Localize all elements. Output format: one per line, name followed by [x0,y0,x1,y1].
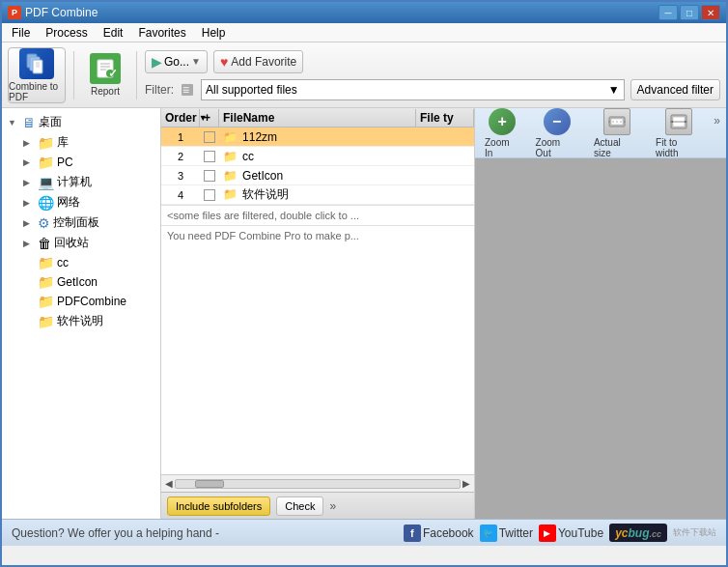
file-order-0: 1 [161,131,200,143]
checkbox-0[interactable] [204,131,215,143]
file-check-3[interactable] [200,189,219,201]
report-icon: ✓ [90,53,121,84]
window-title: PDF Combine [25,6,98,19]
tree-item-8[interactable]: 📁 PDFCombine [19,292,158,311]
folder-icon-1: 📁 [38,155,54,170]
col-header-type[interactable]: File ty [416,109,474,127]
minimize-button[interactable]: ─ [658,5,678,20]
advanced-filter-button[interactable]: Advanced filter [630,79,720,100]
maximize-button[interactable]: □ [680,5,699,20]
heart-icon: ♥ [220,54,228,70]
toolbar-separator2 [136,51,137,99]
check-button[interactable]: Check [276,496,323,516]
file-check-1[interactable] [200,151,219,162]
tree-item-7[interactable]: 📁 GetIcon [19,272,158,292]
expand-right-icon[interactable]: » [329,499,336,513]
file-row-1[interactable]: 2 📁 cc [161,147,474,166]
tree-item-5[interactable]: ▶ 🗑 回收站 [19,233,158,253]
tree-item-0[interactable]: ▶ 📁 库 [19,132,158,153]
file-name-3: 📁 软件说明 [219,186,416,203]
zoom-in-button[interactable]: + Zoom In [481,106,524,160]
folder-icon-4: ⚙ [38,215,50,231]
tree-label-7: GetIcon [57,275,98,289]
tree-item-9[interactable]: 📁 软件说明 [19,311,158,331]
youtube-icon: ▶ [539,524,556,542]
zoom-in-icon: + [489,108,516,135]
tree-expand-icon-3: ▶ [23,198,35,208]
menu-file[interactable]: File [6,24,36,42]
tree-label-2: 计算机 [57,174,92,190]
file-check-0[interactable] [200,131,219,143]
actual-size-icon [603,108,630,135]
title-bar: P PDF Combine ─ □ ✕ [2,2,726,23]
add-fav-label: Add Favorite [231,55,296,69]
fit-to-width-label: Fit to width [656,137,702,158]
file-check-2[interactable] [200,170,219,182]
checkbox-1[interactable] [204,151,215,162]
main-toolbar: Combine to PDF ✓ Report ▶ Go... ▼ ♥ [2,43,726,108]
filter-select[interactable]: All supported files ▼ [201,79,625,100]
checkbox-3[interactable] [204,189,215,201]
main-area: ▼ 🖥 桌面 ▶ 📁 库 ▶ 📁 PC ▶ 💻 计算机 ▶ 🌐 [2,108,726,519]
app-icon: P [8,6,21,19]
filter-label: Filter: [145,83,174,97]
facebook-label: Facebook [423,526,474,540]
file-row-3[interactable]: 4 📁 软件说明 [161,185,474,205]
tree-desktop-label: 桌面 [39,114,62,130]
tree-label-5: 回收站 [54,235,89,251]
scroll-right-icon[interactable]: ▶ [462,478,470,489]
expand-preview-icon[interactable]: » [714,114,720,128]
tree-item-6[interactable]: 📁 cc [19,253,158,272]
menu-process[interactable]: Process [40,24,93,42]
tree-label-6: cc [57,256,69,269]
preview-panel: + Zoom In − Zoom Out Actual size [475,108,726,519]
actual-size-label: Actual size [594,137,640,158]
filter-dropdown-icon[interactable]: ▼ [608,83,620,97]
filter-value: All supported files [206,83,297,97]
go-button[interactable]: ▶ Go... ▼ [145,50,208,73]
facebook-link[interactable]: f Facebook [404,524,474,542]
report-label: Report [91,86,120,97]
tree-item-3[interactable]: ▶ 🌐 网络 [19,192,158,213]
scroll-track[interactable] [175,479,461,489]
menu-edit[interactable]: Edit [98,24,129,42]
col-header-name[interactable]: FileName [219,109,416,127]
file-list-header: Order ▼ + FileName File ty [161,108,474,128]
scroll-thumb[interactable] [195,480,224,488]
combine-to-pdf-button[interactable]: Combine to PDF [8,47,66,103]
tree-item-desktop[interactable]: ▼ 🖥 桌面 [4,112,158,132]
zoom-out-icon: − [544,108,571,135]
zoom-out-button[interactable]: − Zoom Out [532,106,582,160]
folder-icon-7: 📁 [38,274,54,290]
twitter-link[interactable]: 🐦 Twitter [480,524,533,542]
tree-expand-icon-2: ▶ [23,178,35,187]
zoom-out-label: Zoom Out [536,137,578,158]
tree-item-4[interactable]: ▶ ⚙ 控制面板 [19,213,158,233]
status-bar: Question? We offer you a helping hand - … [2,519,726,546]
go-dropdown-icon[interactable]: ▼ [191,56,201,67]
report-button[interactable]: ✓ Report [82,47,128,103]
tree-label-1: PC [57,156,73,169]
scroll-left-icon[interactable]: ◀ [165,478,173,489]
youtube-link[interactable]: ▶ YouTube [539,524,603,542]
menu-favorites[interactable]: Favorites [132,24,191,42]
col-header-order[interactable]: Order ▼ [161,109,200,127]
fit-to-width-button[interactable]: Fit to width [652,106,706,160]
col-header-check[interactable]: + [200,109,219,127]
file-row-2[interactable]: 3 📁 GetIcon [161,166,474,185]
tree-item-2[interactable]: ▶ 💻 计算机 [19,172,158,192]
bottom-toolbar: Include subfolders Check » [161,492,474,519]
include-subfolders-button[interactable]: Include subfolders [167,496,270,516]
close-button[interactable]: ✕ [701,5,720,20]
add-favorite-button[interactable]: ♥ Add Favorite [213,50,303,73]
menu-help[interactable]: Help [196,24,232,42]
tree-item-1[interactable]: ▶ 📁 PC [19,153,158,172]
fit-to-width-icon [665,108,692,135]
actual-size-button[interactable]: Actual size [590,106,644,160]
status-text: Question? We offer you a helping hand - [12,526,219,540]
twitter-label: Twitter [499,526,533,540]
tree-expand-icon-4: ▶ [23,218,35,228]
checkbox-2[interactable] [204,170,215,182]
h-scrollbar[interactable]: ◀ ▶ [161,474,474,492]
file-row-0[interactable]: 1 📁 112zm [161,128,474,147]
